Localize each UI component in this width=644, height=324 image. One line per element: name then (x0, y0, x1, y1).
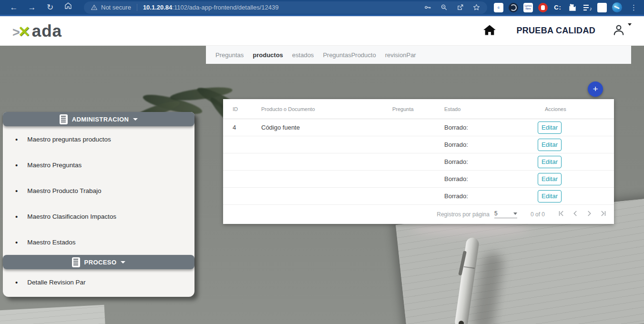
url-path: :1102/ada-app-frontend/detalles/12439 (172, 4, 278, 11)
address-bar[interactable]: Not secure 10.1.20.84:1102/ada-app-front… (84, 1, 487, 14)
editar-button[interactable]: Editar (538, 190, 562, 202)
ext-stop-hand-icon[interactable] (538, 3, 548, 12)
cell-estado: Borrado: (444, 141, 538, 148)
productos-table-card: ID Producto o Documento Pregunta Estado … (223, 99, 614, 224)
col-header-id: ID (223, 106, 261, 112)
last-page-icon[interactable] (598, 208, 608, 220)
cell-estado: Borrado: (444, 124, 538, 131)
browser-toolbar: ← → ↻ Not secure 10.1.20.84:1102/ada-app… (0, 0, 644, 15)
cell-id: 4 (223, 124, 261, 131)
sidebar-section-administracion[interactable]: ADMINISTRACION (3, 112, 194, 126)
warning-icon (91, 4, 98, 11)
share-icon[interactable] (456, 3, 464, 11)
col-header-estado: Estado (444, 106, 538, 112)
tab-estados[interactable]: estados (292, 51, 314, 59)
media-queue-icon[interactable]: ♪ (583, 3, 592, 12)
forward-icon[interactable]: → (23, 1, 41, 14)
sidebar-item-maestro-preguntas-productos[interactable]: • Maestro preguntas productos (3, 126, 194, 152)
cell-producto: Código fuente (261, 124, 392, 131)
password-key-icon[interactable] (424, 3, 432, 11)
reload-icon[interactable]: ↻ (41, 1, 59, 14)
sidebar-item-label: Detalle Revision Par (27, 279, 85, 286)
sidebar-item-label: Maestro preguntas productos (27, 136, 111, 143)
bullet-icon: • (15, 238, 18, 246)
security-label: Not secure (101, 4, 131, 11)
home-icon[interactable] (482, 23, 497, 39)
list-icon (72, 257, 80, 267)
chevron-down-icon (513, 213, 517, 215)
ext-spiral-icon[interactable] (509, 3, 518, 12)
list-icon (60, 114, 68, 124)
table-row: 4 Código fuente Borrado: Editar (223, 119, 614, 136)
extensions-puzzle-icon[interactable] (568, 3, 577, 12)
col-header-pregunta: Pregunta (392, 106, 444, 112)
blurred-object (411, 222, 530, 235)
ext-doc-icon[interactable]: G (494, 3, 503, 12)
ext-c-icon[interactable]: C: (553, 3, 562, 12)
chevron-down-icon (133, 118, 138, 121)
sidebar-item-label: Maestro Preguntas (27, 162, 82, 169)
cell-estado: Borrado: (444, 158, 538, 165)
extensions-area: G Lyrics Here C: ♪ ⋮ (494, 2, 637, 12)
sidebar-item-detalle-revision-par[interactable]: • Detalle Revision Par (3, 269, 194, 295)
table-pagination: Registros por página 5 0 of 0 (223, 205, 614, 223)
chevron-down-icon (121, 261, 125, 263)
bullet-icon: • (15, 278, 18, 286)
editar-button[interactable]: Editar (538, 173, 562, 185)
tab-preguntasproducto[interactable]: PreguntasProducto (323, 51, 376, 59)
bullet-icon: • (15, 213, 18, 221)
app-logo[interactable]: > ✕ ada (12, 21, 62, 40)
sidebar-item-label: Maestro Clasificacion Impactos (27, 213, 116, 220)
url-text: 10.1.20.84:1102/ada-app-frontend/detalle… (143, 4, 279, 11)
logo-x: ✕ (18, 23, 31, 40)
sidebar-item-maestro-preguntas[interactable]: • Maestro Preguntas (3, 152, 194, 178)
url-host: 10.1.20.84 (143, 4, 172, 11)
sidebar-item-label: Maestro Producto Trabajo (27, 187, 101, 194)
bookmark-star-icon[interactable] (472, 3, 480, 11)
sidebar-item-maestro-producto-trabajo[interactable]: • Maestro Producto Trabajo (3, 178, 194, 203)
bullet-icon: • (15, 135, 18, 143)
app-screen: ← → ↻ Not secure 10.1.20.84:1102/ada-app… (0, 0, 644, 324)
next-page-icon[interactable] (584, 208, 594, 220)
add-button[interactable]: + (588, 81, 603, 97)
back-icon[interactable]: ← (5, 1, 23, 14)
table-row: Borrado: Editar (223, 188, 614, 205)
editar-button[interactable]: Editar (538, 122, 562, 134)
entity-tabs: Preguntas productos estados PreguntasPro… (206, 46, 631, 64)
chrome-accent-strip (0, 15, 644, 16)
table-row: Borrado: Editar (223, 153, 614, 171)
section-title: PROCESO (84, 259, 117, 266)
col-header-producto: Producto o Documento (261, 106, 392, 112)
section-title: ADMINISTRACION (72, 116, 129, 123)
bullet-icon: • (15, 187, 18, 195)
ext-blank-icon[interactable] (597, 3, 607, 12)
editar-button[interactable]: Editar (538, 156, 562, 168)
browser-home-icon[interactable] (59, 1, 77, 14)
col-header-acciones: Acciones (538, 106, 614, 112)
first-page-icon[interactable] (556, 208, 567, 220)
page-size-select[interactable]: 5 (494, 210, 517, 218)
ext-lyrics-icon[interactable]: Lyrics Here (523, 3, 533, 12)
user-menu-button[interactable] (612, 23, 632, 39)
tab-productos[interactable]: productos (253, 51, 283, 59)
editar-button[interactable]: Editar (538, 139, 562, 151)
sidebar-item-maestro-estados[interactable]: • Maestro Estados (3, 229, 194, 255)
page-size-value: 5 (494, 210, 498, 217)
browser-menu-icon[interactable]: ⋮ (630, 3, 637, 12)
prev-page-icon[interactable] (570, 208, 581, 220)
profile-avatar[interactable] (612, 2, 622, 12)
chevron-down-icon (628, 23, 632, 26)
zoom-icon[interactable] (440, 3, 448, 11)
sidebar-section-proceso[interactable]: PROCESO (3, 255, 194, 269)
tab-preguntas[interactable]: Preguntas (215, 51, 244, 59)
url-divider (137, 4, 137, 11)
bullet-icon: • (15, 161, 18, 169)
table-row: Borrado: Editar (223, 171, 614, 188)
tab-revisionpar[interactable]: revisionPar (385, 51, 416, 59)
cell-estado: Borrado: (444, 175, 538, 182)
table-row: Borrado: Editar (223, 136, 614, 153)
sidebar-item-label: Maestro Estados (27, 239, 75, 246)
sidebar-menu: ADMINISTRACION • Maestro preguntas produ… (3, 112, 194, 297)
sidebar-item-maestro-clasificacion-impactos[interactable]: • Maestro Clasificacion Impactos (3, 203, 194, 229)
person-icon (613, 24, 625, 36)
